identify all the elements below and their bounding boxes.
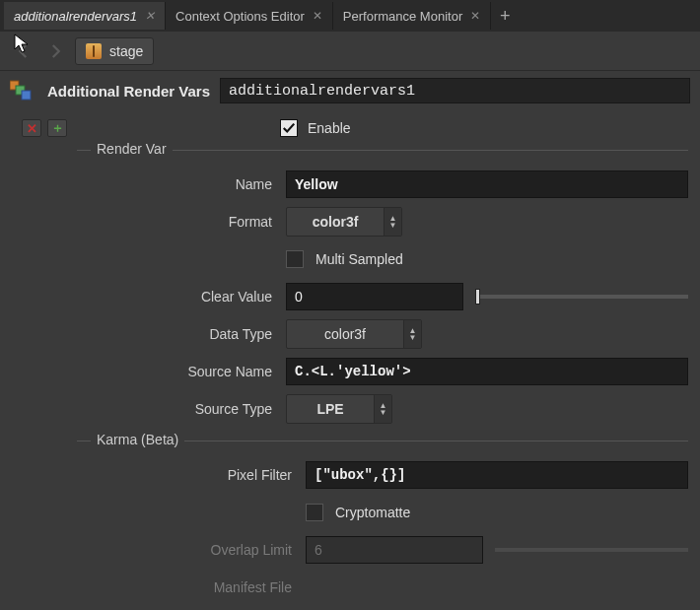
add-tab-button[interactable]: + bbox=[491, 6, 519, 27]
data-type-select[interactable]: color3f ▲▼ bbox=[286, 319, 422, 349]
group-title: Render Var bbox=[91, 141, 173, 157]
param-pixel-filter: Pixel Filter bbox=[77, 457, 688, 493]
overlap-limit-input bbox=[306, 536, 483, 564]
param-name: Name bbox=[77, 167, 688, 202]
pixel-filter-input[interactable] bbox=[306, 461, 688, 489]
param-label: Source Type bbox=[77, 401, 286, 417]
select-value: LPE bbox=[287, 401, 374, 417]
param-format: Format color3f ▲▼ bbox=[77, 204, 688, 239]
tab-label: additionalrendervars1 bbox=[14, 9, 137, 24]
forward-button[interactable] bbox=[43, 40, 67, 62]
tab-label: Context Options Editor bbox=[175, 9, 305, 24]
overlap-limit-slider bbox=[495, 548, 688, 552]
checkbox-label: Multi Sampled bbox=[315, 251, 403, 267]
cryptomatte-checkbox[interactable] bbox=[306, 504, 323, 521]
param-label: Pixel Filter bbox=[77, 467, 306, 483]
close-icon[interactable]: ✕ bbox=[145, 9, 155, 23]
select-value: color3f bbox=[287, 214, 384, 230]
node-header: Additional Render Vars bbox=[0, 71, 700, 110]
tab-context-options-editor[interactable]: Context Options Editor ✕ bbox=[166, 2, 333, 30]
source-type-select[interactable]: LPE ▲▼ bbox=[286, 394, 392, 424]
remove-instance-button[interactable]: ✕ bbox=[22, 119, 41, 137]
multi-sampled-checkbox[interactable] bbox=[286, 250, 304, 268]
param-manifest-file: Manifest File bbox=[77, 570, 688, 605]
param-cryptomatte: Cryptomatte bbox=[77, 495, 688, 530]
param-overlap-limit: Overlap Limit bbox=[77, 532, 688, 568]
param-multi-sampled: Multi Sampled bbox=[77, 241, 688, 277]
param-label: Overlap Limit bbox=[77, 542, 306, 558]
node-name-input[interactable] bbox=[220, 78, 690, 103]
chevron-updown-icon: ▲▼ bbox=[374, 395, 391, 423]
chevron-updown-icon: ▲▼ bbox=[384, 208, 401, 236]
toolbar: stage bbox=[0, 32, 700, 71]
checkbox-label: Cryptomatte bbox=[335, 505, 410, 520]
node-type-title: Additional Render Vars bbox=[47, 83, 210, 100]
source-name-input[interactable] bbox=[286, 358, 688, 385]
path-text: stage bbox=[109, 43, 143, 59]
group-render-var: Render Var Name Format color3f ▲▼ Multi … bbox=[77, 150, 688, 427]
svg-rect-2 bbox=[22, 91, 31, 100]
param-clear-value: Clear Value bbox=[77, 279, 688, 314]
param-label: Manifest File bbox=[77, 579, 306, 595]
param-label: Clear Value bbox=[77, 289, 286, 305]
close-icon[interactable]: ✕ bbox=[313, 9, 322, 23]
name-input[interactable] bbox=[286, 170, 688, 198]
clear-value-input[interactable] bbox=[286, 283, 463, 310]
close-icon[interactable]: ✕ bbox=[470, 9, 480, 23]
tab-performance-monitor[interactable]: Performance Monitor ✕ bbox=[333, 2, 491, 30]
add-instance-button[interactable]: ＋ bbox=[47, 119, 67, 137]
back-button[interactable] bbox=[12, 40, 35, 62]
param-data-type: Data Type color3f ▲▼ bbox=[77, 316, 688, 352]
param-label: Name bbox=[77, 176, 286, 192]
clear-value-slider[interactable] bbox=[475, 295, 688, 299]
param-label: Source Name bbox=[77, 364, 286, 379]
enable-checkbox[interactable] bbox=[280, 119, 298, 137]
stage-icon bbox=[86, 43, 102, 59]
chevron-updown-icon: ▲▼ bbox=[403, 320, 421, 348]
path-breadcrumb[interactable]: stage bbox=[75, 37, 154, 65]
tab-additionalrendervars1[interactable]: additionalrendervars1 ✕ bbox=[4, 2, 166, 30]
param-source-name: Source Name bbox=[77, 354, 688, 389]
select-value: color3f bbox=[287, 326, 403, 342]
enable-label: Enable bbox=[308, 120, 351, 136]
tab-label: Performance Monitor bbox=[343, 9, 462, 24]
group-title: Karma (Beta) bbox=[91, 432, 184, 447]
param-label: Format bbox=[77, 214, 286, 230]
format-select[interactable]: color3f ▲▼ bbox=[286, 207, 402, 237]
node-type-icon bbox=[10, 79, 37, 102]
tab-bar: additionalrendervars1 ✕ Context Options … bbox=[0, 0, 700, 32]
group-karma: Karma (Beta) Pixel Filter Cryptomatte Ov… bbox=[77, 441, 688, 605]
param-source-type: Source Type LPE ▲▼ bbox=[77, 391, 688, 427]
param-label: Data Type bbox=[77, 326, 286, 342]
